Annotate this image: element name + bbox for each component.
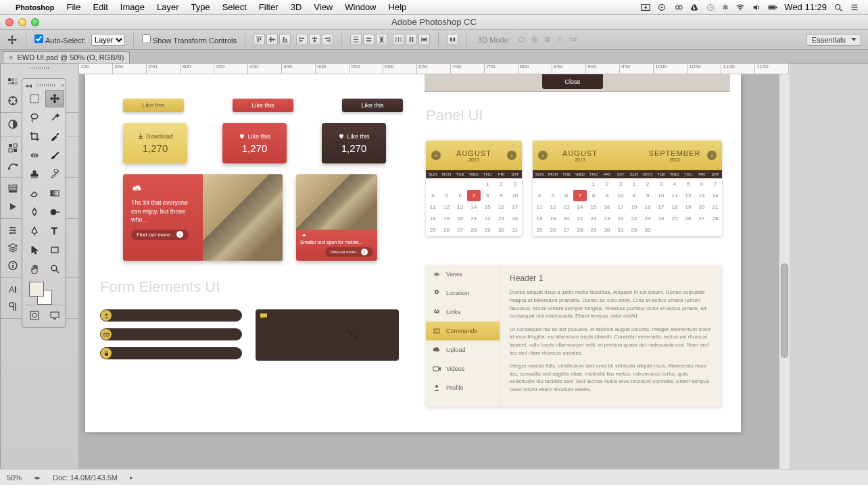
dist1-icon[interactable] xyxy=(350,34,362,45)
document-tab[interactable]: × EWD UI.psd @ 50% (O, RGB/8) xyxy=(3,51,130,63)
textarea: ⤡▸ xyxy=(256,309,399,361)
menubar-view[interactable]: View xyxy=(314,2,333,12)
panel-grip[interactable] xyxy=(1,63,78,72)
media-text: The kit that everyone can enjoy, but tho… xyxy=(131,199,195,224)
magic-wand-tool[interactable] xyxy=(45,109,64,126)
stamp-tool[interactable] xyxy=(25,165,44,183)
scrollbar-thumb[interactable] xyxy=(781,263,788,358)
align-vcenter-icon[interactable] xyxy=(266,34,278,45)
menubar-image[interactable]: Image xyxy=(120,2,145,12)
zoom-stepper[interactable]: ◂▸ xyxy=(34,474,41,481)
bluetooth-icon[interactable]: ✱ xyxy=(722,3,729,12)
auto-align-icon[interactable] xyxy=(447,34,458,45)
menubar-filter[interactable]: Filter xyxy=(259,2,279,12)
panel-body: Header 1 Donec aliquet risus a justo mol… xyxy=(500,265,722,407)
sync-icon[interactable] xyxy=(657,3,667,12)
screencap-icon[interactable] xyxy=(641,3,650,12)
battery-icon[interactable] xyxy=(768,3,777,12)
tools-panel[interactable]: ◂◂» T xyxy=(22,78,66,328)
menubar-app[interactable]: Photoshop xyxy=(16,3,54,11)
svg-point-60 xyxy=(105,313,107,315)
dist4-icon[interactable] xyxy=(393,34,404,45)
3d5-icon xyxy=(567,34,579,45)
path-select-tool[interactable] xyxy=(25,241,44,259)
svg-rect-24 xyxy=(300,38,304,39)
auto-select-target[interactable]: Layer xyxy=(91,34,125,46)
hand-tool[interactable] xyxy=(25,260,44,278)
auto-select-checkbox[interactable]: Auto-Select: xyxy=(34,34,86,45)
align-left-icon[interactable] xyxy=(296,34,308,45)
dist5-icon[interactable] xyxy=(406,34,417,45)
svg-rect-110 xyxy=(51,312,59,317)
history-brush-tool[interactable] xyxy=(45,165,64,183)
healing-tool[interactable] xyxy=(25,147,44,164)
quickmask-tool[interactable] xyxy=(25,307,44,324)
menubar-window[interactable]: Window xyxy=(345,2,376,12)
gdrive-icon[interactable] xyxy=(690,3,699,12)
menubar-type[interactable]: Type xyxy=(191,2,210,12)
svg-rect-44 xyxy=(412,37,413,42)
volume-icon[interactable] xyxy=(752,3,761,12)
titlebar: Adobe Photoshop CC xyxy=(0,15,868,30)
dist2-icon[interactable] xyxy=(363,34,375,45)
vertical-scrollbar[interactable] xyxy=(779,74,790,469)
dist3-icon[interactable] xyxy=(376,34,387,45)
move-tool[interactable] xyxy=(45,90,64,107)
crop-tool[interactable] xyxy=(25,128,44,145)
color-swatches[interactable] xyxy=(25,279,64,303)
zoom-level[interactable]: 50% xyxy=(7,474,22,482)
workspace-switcher[interactable]: Essentials xyxy=(806,34,861,46)
dist6-icon[interactable] xyxy=(418,34,430,45)
align-right-icon[interactable] xyxy=(322,34,333,45)
brush-tool[interactable] xyxy=(45,147,64,164)
close-tab-icon[interactable]: × xyxy=(9,53,13,61)
spotlight-icon[interactable] xyxy=(834,3,843,12)
eraser-tool[interactable] xyxy=(25,184,44,202)
tools-expand-icon[interactable]: » xyxy=(61,82,64,88)
menubar-3d[interactable]: 3D xyxy=(291,2,302,12)
3d4-icon xyxy=(554,34,566,45)
screenmode-tool[interactable] xyxy=(45,307,64,324)
panel-ui-heading: Panel UI xyxy=(426,107,483,124)
marquee-tool[interactable] xyxy=(25,90,44,107)
sidebar-item-upload: Upload xyxy=(426,340,500,359)
lasso-tool[interactable] xyxy=(25,109,44,126)
menubar-edit[interactable]: Edit xyxy=(93,2,107,12)
wifi-icon[interactable] xyxy=(736,3,745,12)
status-menu-icon[interactable]: ▸ xyxy=(130,474,133,481)
tools-collapse-icon[interactable]: ◂◂ xyxy=(25,82,32,89)
menubar-layer[interactable]: Layer xyxy=(157,2,179,12)
3d2-icon xyxy=(529,34,540,45)
zoom-tool[interactable] xyxy=(45,260,64,278)
like-button-yellow: Like this xyxy=(123,99,184,112)
svg-rect-38 xyxy=(381,38,383,42)
align-hcenter-icon[interactable] xyxy=(309,34,320,45)
calendars: ‹ AUGUST2013 › SUNMONTUEWEDTHUFRISAT 123… xyxy=(426,141,722,236)
pen-tool[interactable] xyxy=(25,222,44,240)
cc-icon[interactable] xyxy=(673,3,683,12)
menubar-select[interactable]: Select xyxy=(222,2,247,12)
menubar-file[interactable]: File xyxy=(66,2,80,12)
timemachine-icon[interactable] xyxy=(706,3,715,12)
svg-point-54 xyxy=(436,274,438,276)
blur-tool[interactable] xyxy=(25,203,44,221)
canvas-viewport[interactable]: Like this Like this Like this Download 1… xyxy=(11,74,790,469)
main-area: 5010015020025030035040045050055060065070… xyxy=(0,63,868,469)
document-canvas[interactable]: Like this Like this Like this Download 1… xyxy=(85,74,741,432)
foreground-color-swatch[interactable] xyxy=(29,282,44,297)
show-transform-checkbox[interactable]: Show Transform Controls xyxy=(142,34,237,45)
document-tabs: × EWD UI.psd @ 50% (O, RGB/8) xyxy=(0,50,868,63)
svg-rect-27 xyxy=(312,38,317,39)
menubar-help[interactable]: Help xyxy=(389,2,407,12)
eyedropper-tool[interactable] xyxy=(45,128,64,145)
align-top-icon[interactable] xyxy=(254,34,265,45)
dodge-tool[interactable] xyxy=(45,203,64,221)
gradient-tool[interactable] xyxy=(45,184,64,202)
like-card-dark: Like this 1,270 xyxy=(322,123,386,163)
svg-rect-101 xyxy=(51,190,59,196)
notifications-icon[interactable] xyxy=(850,3,859,12)
align-bottom-icon[interactable] xyxy=(279,34,291,45)
clock-text[interactable]: Wed 11:29 xyxy=(784,2,827,12)
type-tool[interactable]: T xyxy=(45,222,64,240)
shape-tool[interactable] xyxy=(45,241,64,259)
